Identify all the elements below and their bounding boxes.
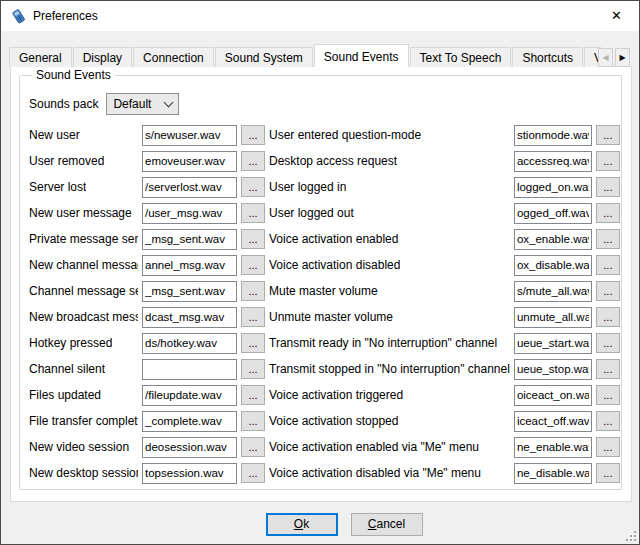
- event-file-field-left: [142, 304, 237, 330]
- resize-grip[interactable]: [624, 529, 637, 542]
- browse-button[interactable]: ...: [596, 151, 620, 171]
- sound-file-input[interactable]: [142, 255, 237, 276]
- browse-button[interactable]: ...: [596, 359, 620, 379]
- sound-file-input[interactable]: [142, 385, 237, 406]
- event-label-left: New desktop session: [29, 460, 138, 486]
- sound-file-input[interactable]: [142, 359, 237, 380]
- sound-file-input[interactable]: [514, 255, 592, 276]
- browse-button[interactable]: ...: [241, 255, 265, 275]
- event-browse-right: ...: [596, 460, 620, 486]
- sound-file-input[interactable]: [514, 151, 592, 172]
- sound-file-input[interactable]: [142, 203, 237, 224]
- browse-button[interactable]: ...: [241, 463, 265, 483]
- browse-button[interactable]: ...: [241, 307, 265, 327]
- event-browse-right: ...: [596, 278, 620, 304]
- tab-scroll-right-icon[interactable]: ▶: [615, 48, 630, 67]
- browse-button[interactable]: ...: [241, 125, 265, 145]
- sound-file-input[interactable]: [514, 385, 592, 406]
- sound-file-input[interactable]: [514, 203, 592, 224]
- event-label: Hotkey pressed: [29, 336, 112, 350]
- browse-button[interactable]: ...: [596, 437, 620, 457]
- browse-button[interactable]: ...: [241, 359, 265, 379]
- sound-file-input[interactable]: [142, 125, 237, 146]
- sound-file-input[interactable]: [142, 307, 237, 328]
- sound-file-input[interactable]: [142, 151, 237, 172]
- cancel-button[interactable]: Cancel: [351, 513, 423, 536]
- event-browse-right: ...: [596, 200, 620, 226]
- tab-connection[interactable]: Connection: [133, 47, 214, 67]
- browse-button[interactable]: ...: [241, 437, 265, 457]
- event-label: Server lost: [29, 180, 86, 194]
- event-file-field-left: [142, 148, 237, 174]
- event-label: New user message: [29, 206, 132, 220]
- browse-button[interactable]: ...: [241, 333, 265, 353]
- browse-button[interactable]: ...: [241, 385, 265, 405]
- sound-file-input[interactable]: [514, 307, 592, 328]
- sound-file-input[interactable]: [142, 437, 237, 458]
- event-file-field-right: [514, 122, 592, 148]
- sounds-pack-label: Sounds pack: [29, 97, 98, 111]
- event-browse-right: ...: [596, 226, 620, 252]
- browse-button[interactable]: ...: [241, 177, 265, 197]
- browse-button[interactable]: ...: [241, 281, 265, 301]
- event-label: New broadcast message: [29, 310, 138, 324]
- browse-button[interactable]: ...: [596, 281, 620, 301]
- event-label: Mute master volume: [269, 284, 378, 298]
- browse-button[interactable]: ...: [596, 411, 620, 431]
- sounds-pack-select[interactable]: Default: [106, 93, 179, 115]
- chevron-down-icon: [164, 97, 174, 107]
- sound-file-input[interactable]: [514, 229, 592, 250]
- sound-file-input[interactable]: [514, 463, 592, 484]
- event-browse-left: ...: [241, 174, 265, 200]
- event-file-field-right: [514, 330, 592, 356]
- title-bar[interactable]: Preferences ✕: [1, 1, 639, 31]
- tab-text-to-speech[interactable]: Text To Speech: [410, 47, 512, 67]
- sound-file-input[interactable]: [514, 437, 592, 458]
- browse-button[interactable]: ...: [596, 125, 620, 145]
- event-label: Voice activation disabled: [269, 258, 400, 272]
- browse-button[interactable]: ...: [596, 333, 620, 353]
- event-label-right: User logged in: [269, 174, 510, 200]
- sound-file-input[interactable]: [142, 463, 237, 484]
- sound-file-input[interactable]: [142, 411, 237, 432]
- event-label: User logged out: [269, 206, 354, 220]
- browse-button[interactable]: ...: [596, 229, 620, 249]
- browse-button[interactable]: ...: [596, 307, 620, 327]
- sound-file-input[interactable]: [514, 281, 592, 302]
- tab-shortcuts[interactable]: Shortcuts: [512, 47, 583, 67]
- sound-file-input[interactable]: [142, 333, 237, 354]
- browse-button[interactable]: ...: [596, 203, 620, 223]
- browse-button[interactable]: ...: [596, 385, 620, 405]
- sound-file-input[interactable]: [514, 411, 592, 432]
- event-file-field-left: [142, 408, 237, 434]
- browse-button[interactable]: ...: [596, 177, 620, 197]
- browse-button[interactable]: ...: [241, 411, 265, 431]
- sound-file-input[interactable]: [142, 281, 237, 302]
- tab-display[interactable]: Display: [73, 47, 132, 67]
- ok-button[interactable]: Ok: [266, 513, 338, 536]
- event-label: New channel message: [29, 258, 138, 272]
- tab-sound-system[interactable]: Sound System: [215, 47, 313, 67]
- tab-sound-events[interactable]: Sound Events: [314, 44, 409, 67]
- sound-file-input[interactable]: [514, 125, 592, 146]
- sound-file-input[interactable]: [142, 177, 237, 198]
- browse-button[interactable]: ...: [596, 255, 620, 275]
- event-label: Voice activation triggered: [269, 388, 403, 402]
- browse-button[interactable]: ...: [241, 229, 265, 249]
- close-button[interactable]: ✕: [594, 1, 639, 30]
- browse-button[interactable]: ...: [596, 463, 620, 483]
- sound-file-input[interactable]: [514, 333, 592, 354]
- event-browse-left: ...: [241, 226, 265, 252]
- event-browse-left: ...: [241, 148, 265, 174]
- footer: Ok Cancel: [1, 502, 639, 545]
- sound-file-input[interactable]: [514, 359, 592, 380]
- tab-general[interactable]: General: [9, 47, 72, 67]
- sound-events-grid: New user ... User entered question-mode …: [29, 122, 615, 486]
- browse-button[interactable]: ...: [241, 151, 265, 171]
- sounds-pack-row: Sounds pack Default: [29, 92, 615, 116]
- event-label: Transmit ready in "No interruption" chan…: [269, 336, 497, 350]
- browse-button[interactable]: ...: [241, 203, 265, 223]
- sound-file-input[interactable]: [142, 229, 237, 250]
- tab-scroll-left-icon[interactable]: ◀: [598, 48, 613, 67]
- sound-file-input[interactable]: [514, 177, 592, 198]
